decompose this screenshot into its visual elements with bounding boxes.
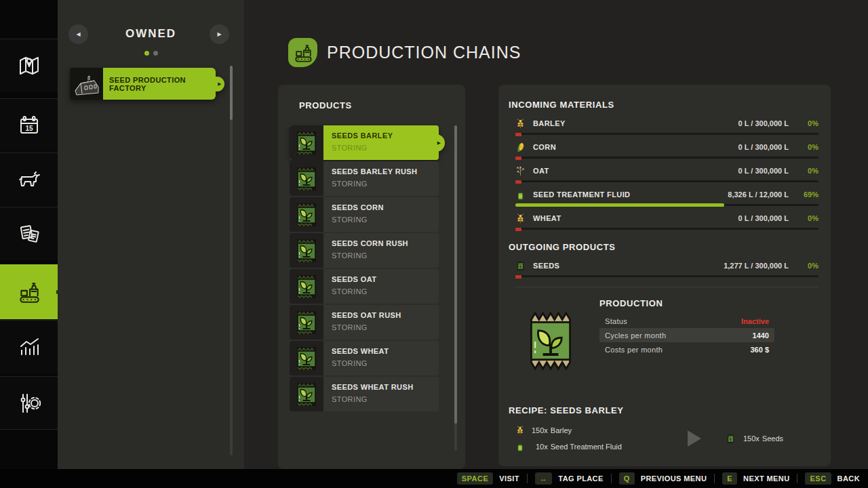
recipe-qty: 10x xyxy=(536,443,548,451)
owned-panel: ◀ OWNED ▶ SEED PRODUCTION FACTORY ▶ xyxy=(58,0,244,469)
statistics-icon xyxy=(16,334,42,360)
sidebar-item-settings[interactable] xyxy=(0,376,58,430)
sidebar-item-finances[interactable] xyxy=(0,207,58,260)
recipe-qty: 150x xyxy=(743,434,760,443)
product-name: SEEDS CORN xyxy=(332,203,439,211)
sidebar-item-production-chains[interactable]: ▶ xyxy=(0,264,58,319)
empty-level-marker xyxy=(515,157,521,160)
production-chains-screen: 15 ▶ xyxy=(0,0,868,488)
outgoing-products-title: OUTGOING PRODUCTS xyxy=(509,242,818,252)
settings-icon xyxy=(16,390,42,416)
product-status: STORING xyxy=(332,359,439,367)
material-name: SEEDS xyxy=(533,262,724,270)
material-percent: 0% xyxy=(789,143,818,151)
recipe-output-seeds: 150x Seeds xyxy=(726,434,783,444)
pagination-dot-active xyxy=(144,51,149,56)
owned-item-seed-production-factory[interactable]: SEED PRODUCTION FACTORY ▶ xyxy=(70,68,273,100)
product-name: SEEDS BARLEY RUSH xyxy=(332,167,439,176)
recipe-arrow-icon xyxy=(688,430,701,447)
material-bar xyxy=(515,204,818,206)
owned-scrollbar[interactable] xyxy=(230,66,233,455)
seed-packet-icon xyxy=(290,197,323,232)
material-row-seeds: SEEDS 1,277 L / 300,000 L 0% xyxy=(515,259,818,272)
hotkey-label: BACK xyxy=(837,474,860,483)
product-name: SEEDS CORN RUSH xyxy=(332,239,439,247)
sidebar-item-statistics[interactable] xyxy=(0,320,58,373)
hotkey-tag-place[interactable]: ↔ TAG PLACE xyxy=(535,472,604,485)
barley-icon xyxy=(515,119,533,129)
product-name: SEEDS WHEAT RUSH xyxy=(332,383,439,391)
material-bar xyxy=(515,157,818,159)
empty-level-marker xyxy=(515,133,521,136)
hotkey-bar: SPACE VISIT ↔ TAG PLACE Q PREVIOUS MENU … xyxy=(0,469,868,488)
hotkey-label: NEXT MENU xyxy=(743,474,789,483)
material-value: 8,326 L / 12,000 L xyxy=(728,190,789,199)
seed-packet-icon xyxy=(290,125,323,160)
seeds-icon xyxy=(515,261,533,271)
material-name: CORN xyxy=(533,143,738,151)
sidebar-item-animals[interactable] xyxy=(0,152,58,206)
hotkey-back[interactable]: ESC BACK xyxy=(805,472,860,485)
pagination-dot xyxy=(153,51,158,56)
production-label: Cycles per month xyxy=(605,331,753,340)
product-item-seeds-oat[interactable]: SEEDS OAT STORING xyxy=(290,269,439,304)
divider xyxy=(714,474,715,483)
production-value: 360 $ xyxy=(750,346,769,354)
product-item-seeds-corn-rush[interactable]: SEEDS CORN RUSH STORING xyxy=(290,233,439,268)
sidebar: 15 ▶ xyxy=(0,0,58,469)
page-next-button[interactable]: ▶ xyxy=(210,24,229,44)
production-chains-header-icon xyxy=(288,38,317,67)
map-icon xyxy=(16,53,42,79)
product-status: STORING xyxy=(332,216,439,224)
divider xyxy=(527,474,528,483)
svg-text:15: 15 xyxy=(25,125,33,132)
sidebar-item-calendar[interactable]: 15 xyxy=(0,98,58,152)
production-row-cycles: Cycles per month 1440 xyxy=(599,328,774,342)
page-title: PRODUCTION CHAINS xyxy=(327,43,521,62)
owned-item-label: SEED PRODUCTION FACTORY xyxy=(103,76,216,92)
corn-icon xyxy=(515,142,533,152)
material-percent: 0% xyxy=(789,119,818,127)
material-value: 0 L / 300,000 L xyxy=(738,119,789,127)
empty-level-marker xyxy=(515,275,521,279)
production-chains-icon xyxy=(16,279,43,306)
hotkey-next-menu[interactable]: E NEXT MENU xyxy=(722,472,789,485)
empty-level-marker xyxy=(515,228,521,231)
recipe-section: RECIPE: SEEDS BARLEY 150x Barley 10x See… xyxy=(509,405,818,455)
material-value: 0 L / 300,000 L xyxy=(738,214,789,222)
production-label: Status xyxy=(605,317,741,325)
material-row-wheat: WHEAT 0 L / 300,000 L 0% xyxy=(515,211,818,225)
hotkey-visit[interactable]: SPACE VISIT xyxy=(457,472,519,485)
product-status: STORING xyxy=(332,144,439,152)
product-name: SEEDS OAT RUSH xyxy=(332,311,439,319)
recipe-qty: 150x xyxy=(532,426,548,434)
product-item-seeds-oat-rush[interactable]: SEEDS OAT RUSH STORING xyxy=(290,305,439,340)
product-item-seeds-barley[interactable]: SEEDS BARLEY STORING ▶ xyxy=(290,125,439,160)
space-key: SPACE xyxy=(457,472,494,485)
main-content: PRODUCTION CHAINS PRODUCTS SEEDS BARLEY … xyxy=(244,0,868,469)
products-scrollbar[interactable] xyxy=(454,125,457,451)
status-badge: Inactive xyxy=(741,317,769,325)
sidebar-item-map[interactable] xyxy=(0,39,58,92)
product-item-seeds-wheat-rush[interactable]: SEEDS WHEAT RUSH STORING xyxy=(290,377,439,411)
seed-packet-icon xyxy=(290,377,323,411)
product-name: SEEDS WHEAT xyxy=(332,347,439,355)
product-item-seeds-barley-rush[interactable]: SEEDS BARLEY RUSH STORING xyxy=(290,161,439,196)
production-label: Costs per month xyxy=(605,346,750,354)
material-value: 0 L / 300,000 L xyxy=(738,167,789,175)
recipe-name: Barley xyxy=(551,426,572,434)
hotkey-previous-menu[interactable]: Q PREVIOUS MENU xyxy=(619,472,707,485)
pagination-dots xyxy=(58,46,244,58)
product-item-seeds-corn[interactable]: SEEDS CORN STORING xyxy=(290,197,439,232)
product-item-seeds-wheat[interactable]: SEEDS WHEAT STORING xyxy=(290,341,439,375)
material-bar xyxy=(515,180,818,182)
incoming-materials-title: INCOMING MATERIALS xyxy=(509,100,818,110)
seed-packet-icon xyxy=(290,341,323,375)
wheat-icon xyxy=(515,214,533,224)
products-title: PRODUCTS xyxy=(299,100,352,110)
seed-packet-image xyxy=(524,306,578,378)
product-name: SEEDS BARLEY xyxy=(332,131,439,140)
barley-icon xyxy=(515,426,532,435)
recipe-input-seed-treatment-fluid: 10x Seed Treatment Fluid xyxy=(515,439,671,455)
product-status: STORING xyxy=(332,323,439,331)
